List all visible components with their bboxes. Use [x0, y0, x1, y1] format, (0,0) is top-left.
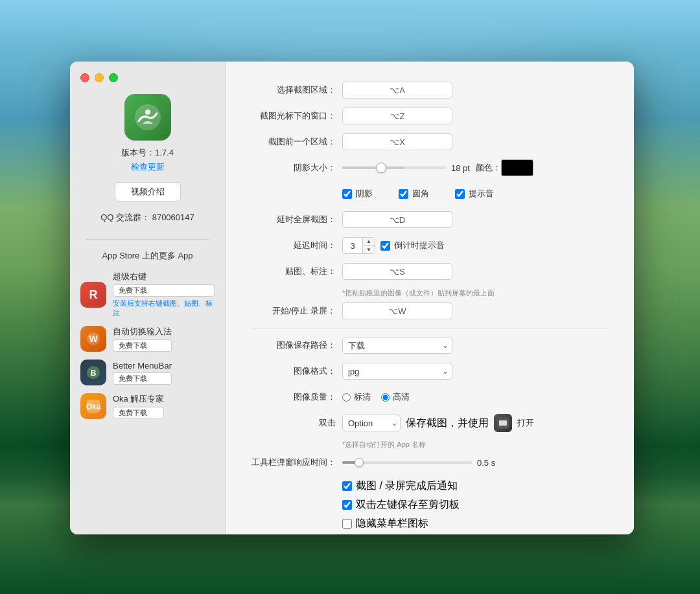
delay-fullscreen-row: 延时全屏截图： ⌥D [251, 211, 608, 229]
svg-text:B: B [91, 369, 97, 378]
save-clipboard-row: 双击左键保存至剪切板 [342, 498, 608, 512]
traffic-lights [80, 73, 118, 82]
image-format-select[interactable]: jpg png pdf [342, 363, 452, 380]
hint-checkbox-row: 提示音 [455, 188, 494, 200]
bettermenubar-badge[interactable]: 免费下载 [113, 372, 172, 385]
quality-hd-label: 高清 [393, 391, 410, 403]
app-open-icon [494, 414, 512, 432]
oka-info: Oka 解压专家 免费下载 [113, 393, 164, 419]
delay-time-label: 延迟时间： [251, 240, 336, 251]
save-text: 保存截图，并使用 [406, 417, 489, 430]
more-apps-label: App Store 上的更多 App [102, 250, 192, 262]
quality-standard-radio[interactable] [342, 393, 351, 402]
color-swatch[interactable] [501, 159, 533, 176]
superright-name: 超级右键 [113, 271, 215, 282]
shadow-cb-label: 阴影 [356, 188, 373, 200]
double-click-hint: *选择自动打开的 App 名称 [342, 440, 608, 450]
app-icon [124, 94, 171, 141]
countdown-label: 倒计时提示音 [394, 240, 445, 251]
shadow-checkbox[interactable] [342, 189, 352, 199]
paste-shortcut[interactable]: ⌥S [342, 263, 452, 280]
shadow-label: 阴影大小： [251, 162, 336, 174]
stepper-up-btn[interactable]: ▲ [363, 238, 375, 246]
delay-fullscreen-shortcut[interactable]: ⌥D [342, 211, 452, 228]
toolbar-label: 工具栏弹窗响应时间： [251, 457, 336, 468]
notify-label: 截图 / 录屏完成后通知 [356, 479, 458, 493]
select-area-label: 选择截图区域： [251, 84, 336, 96]
main-window: 版本号：1.7.4 检查更新 视频介绍 QQ 交流群： 870060147 Ap… [70, 62, 634, 534]
shadow-slider[interactable] [342, 166, 446, 169]
ime-icon: W [80, 326, 106, 352]
hint-checkbox[interactable] [455, 189, 465, 199]
video-btn[interactable]: 视频介绍 [115, 182, 181, 201]
image-format-row: 图像格式： jpg png pdf [251, 362, 608, 380]
toolbar-value: 0.5 s [477, 458, 496, 468]
record-shortcut[interactable]: ⌥W [342, 303, 452, 319]
version-label: 版本号：1.7.4 [121, 147, 174, 159]
delay-stepper: 3 ▲ ▼ [342, 237, 375, 254]
delay-fullscreen-label: 延时全屏截图： [251, 214, 336, 225]
quality-hd-radio[interactable] [381, 393, 390, 402]
bettermenubar-name: Better MenuBar [113, 361, 172, 371]
select-area-shortcut[interactable]: ⌥A [342, 82, 452, 98]
stepper-down-btn[interactable]: ▼ [363, 246, 375, 253]
hide-menubar-label: 隐藏菜单栏图标 [356, 517, 428, 531]
ime-info: 自动切换输入法 免费下载 [113, 326, 172, 352]
countdown-row: 倒计时提示音 [380, 240, 445, 251]
qq-group: QQ 交流群： 870060147 [100, 212, 194, 223]
prev-area-shortcut[interactable]: ⌥X [342, 133, 452, 150]
sidebar-divider [86, 239, 209, 240]
delay-row: 3 ▲ ▼ 倒计时提示音 [342, 237, 445, 254]
close-button[interactable] [80, 73, 89, 82]
option-select-wrapper: Option Command Control [342, 415, 401, 431]
main-content: 选择截图区域： ⌥A 截图光标下的窗口： ⌥Z 截图前一个区域： ⌥X 阴影大小… [226, 62, 634, 534]
svg-text:W: W [89, 334, 98, 344]
app-list: R 超级右键 免费下载 安装后支持右键截图、贴图、标注 W [70, 271, 225, 419]
round-checkbox[interactable] [399, 189, 408, 199]
record-row: 开始/停止 录屏： ⌥W [251, 302, 608, 320]
prev-area-row: 截图前一个区域： ⌥X [251, 133, 608, 151]
color-label: 颜色： [476, 162, 501, 174]
paste-label: 贴图、标注： [251, 266, 336, 277]
cursor-window-shortcut[interactable]: ⌥Z [342, 108, 452, 124]
checkboxes-container: 阴影 圆角 提示音 [342, 188, 507, 200]
shadow-checkbox-row: 阴影 [342, 188, 373, 200]
list-item: B Better MenuBar 免费下载 [80, 360, 215, 385]
hint-cb-label: 提示音 [469, 188, 494, 200]
superright-badge[interactable]: 免费下载 [113, 284, 215, 297]
minimize-button[interactable] [95, 73, 104, 82]
countdown-checkbox[interactable] [380, 241, 390, 251]
shadow-row: 阴影大小： 18 pt 颜色： [251, 159, 608, 177]
toolbar-slider[interactable] [342, 461, 472, 464]
check-update-link[interactable]: 检查更新 [131, 161, 165, 173]
toolbar-row: 工具栏弹窗响应时间： 0.5 s [251, 453, 608, 472]
save-path-select[interactable]: 下载 桌面 自定义 [342, 337, 452, 354]
ime-badge[interactable]: 免费下载 [113, 339, 172, 352]
option-select[interactable]: Option Command Control [342, 415, 401, 431]
superright-info: 超级右键 免费下载 安装后支持右键截图、贴图、标注 [113, 271, 215, 318]
superright-sub: 安装后支持右键截图、贴图、标注 [113, 299, 215, 318]
save-path-select-wrapper: 下载 桌面 自定义 [342, 337, 452, 354]
list-item: Oka Oka 解压专家 免费下载 [80, 393, 215, 419]
delay-time-row: 延迟时间： 3 ▲ ▼ 倒计时提示音 [251, 236, 608, 255]
oka-badge[interactable]: 免费下载 [113, 407, 164, 419]
image-quality-label: 图像质量： [251, 391, 336, 403]
sidebar: 版本号：1.7.4 检查更新 视频介绍 QQ 交流群： 870060147 Ap… [70, 62, 226, 534]
paste-row: 贴图、标注： ⌥S [251, 262, 608, 280]
quality-standard-label: 标清 [354, 391, 371, 403]
notify-checkbox[interactable] [342, 481, 352, 491]
bettermenubar-info: Better MenuBar 免费下载 [113, 361, 172, 385]
fullscreen-button[interactable] [109, 73, 118, 82]
round-cb-label: 圆角 [412, 188, 429, 200]
save-clipboard-checkbox[interactable] [342, 500, 352, 510]
oka-icon: Oka [80, 393, 106, 419]
save-path-row: 图像保存路径： 下载 桌面 自定义 [251, 336, 608, 354]
image-quality-row: 图像质量： 标清 高清 [251, 388, 608, 406]
list-item: W 自动切换输入法 免费下载 [80, 326, 215, 352]
shadow-value: 18 pt [451, 163, 471, 173]
svg-rect-10 [499, 420, 507, 426]
superright-icon: R [80, 282, 106, 308]
hide-menubar-row: 隐藏菜单栏图标 [342, 517, 608, 531]
save-clipboard-label: 双击左键保存至剪切板 [356, 498, 460, 512]
hide-menubar-checkbox[interactable] [342, 519, 352, 529]
